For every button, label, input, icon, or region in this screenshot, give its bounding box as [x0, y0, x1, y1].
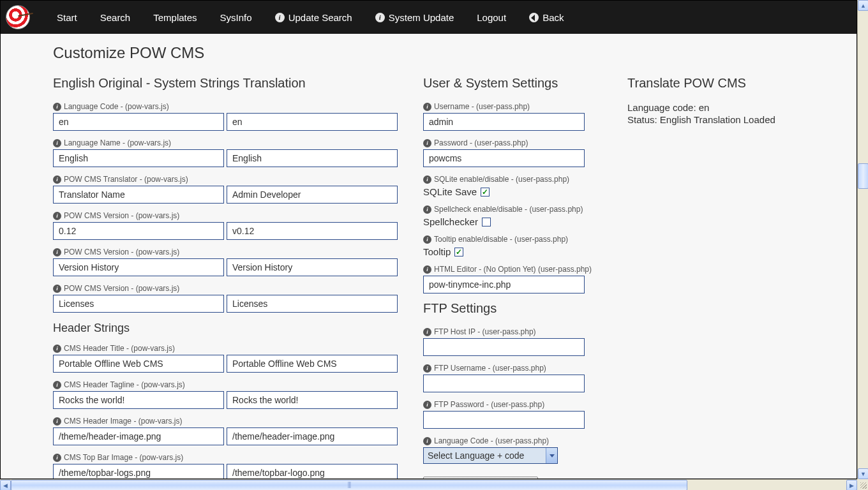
info-icon: i [53, 285, 61, 293]
viewport: Start Search Templates SysInfo iUpdate S… [0, 0, 857, 479]
version-original[interactable] [53, 222, 224, 240]
nav-templates[interactable]: Templates [142, 6, 208, 29]
header-image-trans[interactable] [227, 427, 398, 445]
ftp-heading: FTP Settings [423, 301, 602, 316]
sqlite-checkbox[interactable] [481, 188, 490, 197]
field-label: Language Code - (user-pass.php) [434, 436, 549, 445]
spellchecker-label: Spellchecker [423, 216, 478, 227]
header-title-original[interactable] [53, 355, 224, 373]
header-tagline-original[interactable] [53, 391, 224, 409]
field-label: POW CMS Version - (pow-vars.js) [64, 211, 179, 220]
translator-trans[interactable] [227, 186, 398, 204]
info-icon: i [423, 265, 431, 274]
lang-code-original[interactable] [53, 113, 224, 131]
header-image-original[interactable] [53, 427, 224, 445]
info-icon: i [375, 13, 385, 22]
info-icon: i [423, 401, 431, 409]
lang-name-trans[interactable] [227, 149, 398, 167]
nav-search[interactable]: Search [89, 6, 142, 29]
header-strings-heading: Header Strings [53, 322, 398, 335]
field-label: POW CMS Translator - (pow-vars.js) [64, 175, 188, 184]
info-icon: i [53, 103, 61, 111]
version-history-original[interactable] [53, 258, 224, 276]
sqlite-save-label: SQLite Save [423, 186, 477, 197]
language-code-status: Language code: en [627, 102, 806, 113]
info-icon: i [423, 175, 431, 184]
field-label: CMS Header Image - (pow-vars.js) [64, 417, 182, 426]
html-editor-input[interactable] [423, 276, 585, 293]
field-label: CMS Header Tagline - (pow-vars.js) [64, 380, 185, 389]
field-label: Language Code - (pow-vars.js) [64, 102, 169, 111]
field-label: SQLite enable/disable - (user-pass.php) [434, 175, 569, 184]
ftp-username-input[interactable] [423, 375, 585, 392]
ftp-password-input[interactable] [423, 411, 585, 429]
field-label: CMS Top Bar Image - (pow-vars.js) [64, 453, 183, 462]
chevron-down-icon [546, 448, 557, 463]
info-icon: i [423, 328, 431, 336]
field-label: Language Name - (pow-vars.js) [64, 138, 171, 147]
info-icon: i [53, 175, 61, 184]
vertical-scrollbar[interactable]: ▲ ▼ [857, 0, 868, 479]
info-icon: i [53, 381, 61, 389]
field-label: Spellcheck enable/disable - (user-pass.p… [434, 205, 583, 214]
nav-update-search[interactable]: iUpdate Search [264, 6, 364, 29]
licenses-trans[interactable] [227, 295, 398, 313]
licenses-original[interactable] [53, 295, 224, 313]
translate-heading: Translate POW CMS [627, 76, 806, 91]
vertical-scroll-thumb[interactable] [858, 163, 868, 189]
field-label: POW CMS Version - (pow-vars.js) [64, 284, 179, 293]
info-icon: i [423, 364, 431, 373]
language-select-value: Select Language + code [424, 448, 546, 463]
info-icon: i [53, 139, 61, 147]
field-label: FTP Password - (user-pass.php) [434, 400, 544, 409]
horizontal-scroll-thumb[interactable] [11, 480, 687, 490]
nav-start[interactable]: Start [45, 6, 89, 29]
resize-grip-icon [857, 479, 868, 490]
info-icon: i [53, 345, 61, 353]
nav-logout[interactable]: Logout [465, 6, 518, 29]
nav-system-update[interactable]: iSystem Update [364, 6, 466, 29]
back-icon [529, 13, 539, 22]
scroll-up-button[interactable]: ▲ [858, 0, 868, 11]
translator-original[interactable] [53, 186, 224, 204]
info-icon: i [53, 454, 61, 462]
lang-name-original[interactable] [53, 149, 224, 167]
field-label: FTP Host IP - (user-pass.php) [434, 327, 536, 336]
info-icon: i [423, 205, 431, 214]
header-title-trans[interactable] [227, 355, 398, 373]
logo-icon [6, 5, 30, 29]
field-label: Password - (user-pass.php) [434, 138, 528, 147]
horizontal-scrollbar[interactable]: ◀ ▶ [0, 479, 857, 490]
scroll-down-button[interactable]: ▼ [858, 468, 868, 479]
tooltip-checkbox[interactable] [454, 248, 463, 256]
scroll-left-button[interactable]: ◀ [0, 480, 11, 490]
tooltip-label: Tooltip [423, 246, 451, 257]
topbar-image-original[interactable] [53, 464, 224, 479]
translation-heading: English Original - System Strings Transl… [53, 76, 398, 91]
info-icon: i [53, 417, 61, 426]
spellchecker-checkbox[interactable] [482, 218, 491, 226]
topbar-image-trans[interactable] [227, 464, 398, 479]
info-icon: i [423, 103, 431, 111]
field-label: Username - (user-pass.php) [434, 102, 530, 111]
nav-sysinfo[interactable]: SysInfo [209, 6, 264, 29]
header-tagline-trans[interactable] [227, 391, 398, 409]
scroll-right-button[interactable]: ▶ [846, 480, 857, 490]
info-icon: i [53, 248, 61, 256]
lang-code-trans[interactable] [227, 113, 398, 131]
info-icon: i [53, 212, 61, 220]
username-input[interactable] [423, 113, 585, 131]
version-history-trans[interactable] [227, 258, 398, 276]
top-nav: Start Search Templates SysInfo iUpdate S… [1, 1, 857, 34]
version-trans[interactable] [227, 222, 398, 240]
user-system-heading: User & System Settings [423, 76, 602, 91]
translation-status: Status: English Translation Loaded [627, 114, 806, 125]
info-icon: i [275, 13, 285, 22]
nav-back[interactable]: Back [518, 6, 575, 29]
field-label: CMS Header Title - (pow-vars.js) [64, 344, 175, 353]
info-icon: i [423, 139, 431, 147]
ftp-host-input[interactable] [423, 338, 585, 356]
password-input[interactable] [423, 149, 585, 167]
language-select[interactable]: Select Language + code [423, 447, 558, 464]
field-label: Tooltip enable/disable - (user-pass.php) [434, 235, 568, 244]
